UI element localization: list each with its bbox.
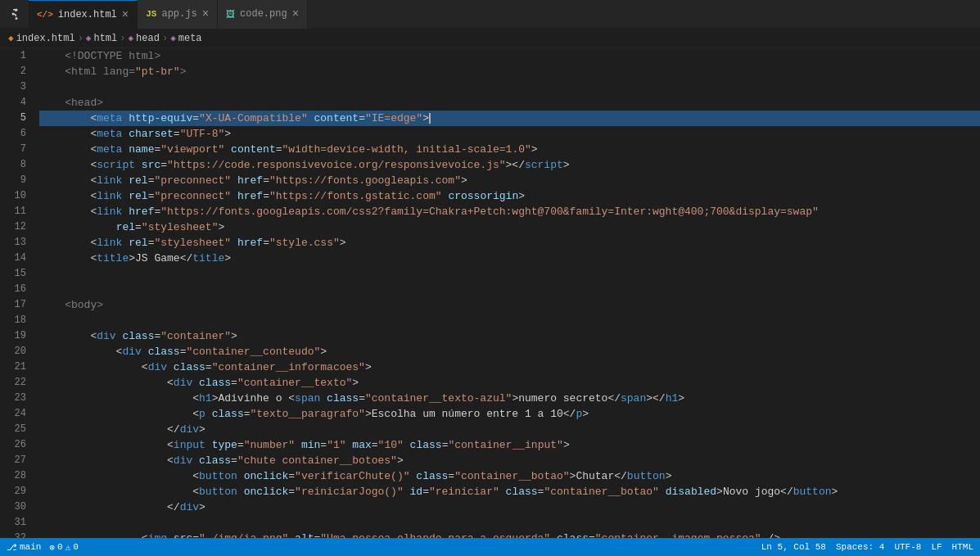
error-icon: ⊗ xyxy=(49,542,55,553)
code-token: >numero secreto</ xyxy=(512,391,621,406)
code-token: min xyxy=(301,437,320,453)
code-line: <body> xyxy=(39,297,980,313)
line-numbers: 1234567891011121314151617181920212223242… xyxy=(0,48,33,538)
code-token: = xyxy=(148,173,155,188)
code-token: = xyxy=(148,188,155,204)
breadcrumb-label: head xyxy=(136,33,160,44)
line-number: 12 xyxy=(10,219,26,235)
code-token: = xyxy=(276,142,282,157)
code-token: "container__botao" xyxy=(454,468,569,484)
code-token: > xyxy=(180,64,187,79)
line-number: 13 xyxy=(10,235,26,251)
code-token: = xyxy=(263,173,269,188)
breadcrumb-separator: › xyxy=(78,33,84,44)
status-item[interactable]: LF xyxy=(931,542,942,552)
code-token: link xyxy=(97,235,122,251)
code-token: /> xyxy=(761,531,780,538)
tab-code-png[interactable]: 🖼code.png× xyxy=(218,0,308,29)
code-line: <head> xyxy=(39,95,980,111)
code-token xyxy=(167,531,174,538)
code-line: <h1>Adivinhe o <span class="container__t… xyxy=(39,391,980,406)
code-line: <div class="container__informacoes"> xyxy=(39,359,980,375)
tab-close-icon[interactable]: × xyxy=(292,8,299,20)
status-item[interactable]: UTF-8 xyxy=(894,542,921,552)
status-right: Ln 5, Col 58Spaces: 4UTF-8LFHTML xyxy=(761,542,973,552)
code-token: href xyxy=(237,173,263,188)
code-token xyxy=(410,468,417,484)
code-line: <div class="container"> xyxy=(39,328,980,344)
code-token: href xyxy=(237,235,263,251)
line-number: 25 xyxy=(10,422,26,437)
error-count: 0 xyxy=(57,542,63,552)
code-token: = xyxy=(237,437,244,453)
code-line: <img src="./img/ia.png" alt="Uma pessoa … xyxy=(39,531,980,538)
code-token: div xyxy=(174,453,192,468)
code-token: </ xyxy=(39,499,180,515)
code-line: <div class="container__texto"> xyxy=(39,375,980,391)
code-line: <meta http-equiv="X-UA-Compatible" conte… xyxy=(39,111,980,126)
code-token: "viewport" xyxy=(160,142,224,157)
code-line: <!DOCTYPE html> xyxy=(39,48,980,64)
status-item[interactable]: Spaces: 4 xyxy=(836,542,884,552)
line-number: 3 xyxy=(10,79,26,95)
code-token xyxy=(192,375,199,391)
code-line: <link rel="preconnect" href="https://fon… xyxy=(39,188,980,204)
code-token: script xyxy=(525,157,563,173)
code-token: "https://fonts.googleapis.com/css2?famil… xyxy=(160,204,819,219)
code-token: alt xyxy=(295,531,314,538)
code-line xyxy=(39,282,980,297)
code-token: = xyxy=(174,126,180,142)
code-token: "1" xyxy=(327,437,345,453)
code-token: > xyxy=(832,484,838,499)
code-token: = xyxy=(263,235,269,251)
code-token: = xyxy=(192,111,199,126)
tab-close-icon[interactable]: × xyxy=(202,8,209,20)
code-token: class xyxy=(199,453,231,468)
code-line xyxy=(39,266,980,282)
code-token: > xyxy=(678,391,684,406)
code-token: button xyxy=(793,484,832,499)
code-token xyxy=(39,219,116,235)
code-token: "preconnect" xyxy=(154,188,231,204)
status-item[interactable]: HTML xyxy=(952,542,973,552)
code-token: meta xyxy=(97,142,122,157)
code-token xyxy=(442,188,449,204)
code-line: <button onclick="verificarChute()" class… xyxy=(39,468,980,484)
code-token: = xyxy=(263,188,269,204)
code-token: span xyxy=(621,391,646,406)
code-token xyxy=(295,437,301,453)
status-item[interactable]: Ln 5, Col 58 xyxy=(761,542,826,552)
code-token: button xyxy=(199,484,237,499)
tab-app-js[interactable]: JSapp.js× xyxy=(138,0,218,29)
code-token: < xyxy=(39,251,97,266)
error-status[interactable]: ⊗ 0 ⚠ 0 xyxy=(49,542,78,553)
code-token: rel xyxy=(129,173,147,188)
tab-index-html[interactable]: </>index.html× xyxy=(29,0,138,29)
code-line: <html lang="pt-br"> xyxy=(39,64,980,79)
tab-close-icon[interactable]: × xyxy=(122,9,129,20)
breadcrumb-item-meta[interactable]: ◈meta xyxy=(170,33,201,44)
code-token: "container__texto-azul" xyxy=(365,391,512,406)
code-line: </div> xyxy=(39,499,980,515)
code-token: = xyxy=(448,468,454,484)
breadcrumb-item-index.html[interactable]: ◆index.html xyxy=(8,33,75,44)
code-content: <!DOCTYPE html> <html lang="pt-br"> <hea… xyxy=(33,48,980,538)
code-token xyxy=(550,531,557,538)
git-status[interactable]: ⎇ main xyxy=(7,542,41,553)
code-token: > xyxy=(218,219,224,235)
code-token: name xyxy=(129,142,154,157)
code-token: href xyxy=(237,188,263,204)
tab-label: app.js xyxy=(161,8,196,20)
code-token: class xyxy=(416,468,448,484)
code-token: = xyxy=(359,391,365,406)
text-cursor xyxy=(429,113,431,124)
code-token: "stylesheet" xyxy=(142,219,219,235)
breadcrumb-item-head[interactable]: ◈head xyxy=(128,33,159,44)
code-token: <!DOCTYPE html> xyxy=(39,48,160,64)
code-token: "container" xyxy=(160,328,231,344)
breadcrumb-label: meta xyxy=(178,33,202,44)
source-control-icon xyxy=(0,0,29,29)
breadcrumb-item-html[interactable]: ◈html xyxy=(86,33,117,44)
breadcrumb-icon: ◆ xyxy=(8,33,14,43)
code-line: <button onclick="reiniciarJogo()" id="re… xyxy=(39,484,980,499)
